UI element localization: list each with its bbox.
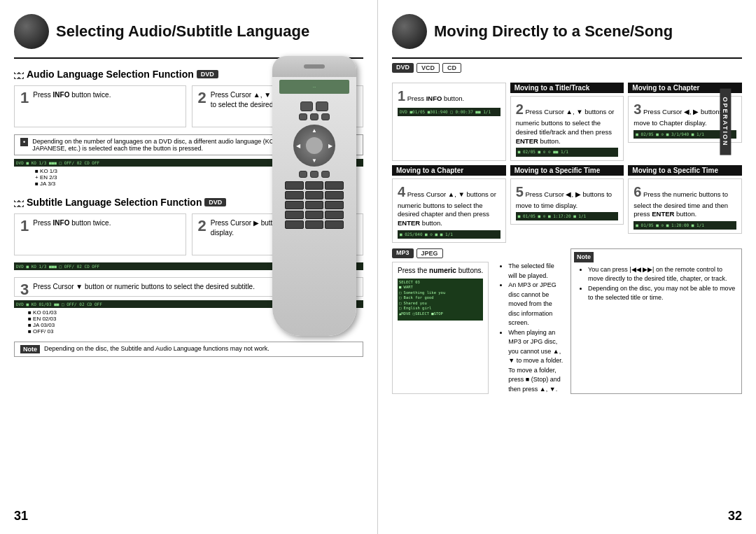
specific-time-right-banner: Moving to a Specific Time	[628, 165, 742, 176]
audio-step1: 1 Press INFO button twice.	[14, 85, 186, 127]
title-track-col: Moving to a Title/Track 2 Press Cursor ▲…	[510, 83, 624, 161]
right-step5-num: 5	[516, 184, 524, 199]
right-note-header: Note	[574, 252, 738, 262]
right-bottom-area: MP3 JPEG Press the numeric buttons. SELE…	[392, 248, 742, 394]
specific-time-mid-banner: Moving to a Specific Time	[510, 165, 624, 176]
badge-vcd: VCD	[416, 63, 440, 73]
remote-num-0f	[325, 220, 344, 229]
page-number-right: 32	[728, 509, 742, 524]
remote-btn-4	[310, 113, 318, 120]
dpad-right: ▶	[328, 143, 332, 149]
remote-num-2	[305, 181, 324, 190]
title-track-banner-text: Moving to a Title/Track	[514, 84, 590, 92]
remote-body: ··· ▲ ▼ ◀ ▶	[272, 56, 356, 336]
chapter-mid-banner-text: Moving to a Chapter	[396, 167, 463, 174]
right-step6-text: Press the numeric buttons to select the …	[634, 190, 728, 218]
remote-btn-6	[299, 171, 307, 178]
remote-num-3	[325, 181, 344, 190]
chapter-mid-banner: Moving to a Chapter	[392, 165, 506, 176]
remote-buttons: ▲ ▼ ◀ ▶	[272, 97, 356, 233]
chapter-mid-col: Moving to a Chapter 4 Press Cursor ▲, ▼ …	[392, 165, 506, 244]
badge-cd: CD	[442, 63, 461, 73]
right-page: Moving Directly to a Scene/Song DVD VCD …	[378, 0, 756, 534]
remote-num-0b	[305, 211, 324, 219]
remote-row3	[278, 171, 351, 178]
right-step5-text: Press Cursor ◀, ▶ buttons to move to tim…	[516, 190, 612, 209]
remote-screen: ···	[279, 80, 349, 94]
right-step2-text: Press Cursor ▲, ▼ buttons or numeric but…	[516, 108, 615, 145]
checkered-icon-subtitle	[14, 197, 24, 207]
remote-row1	[278, 101, 351, 111]
right-step-grid-top: 1 Press INFO button. DVD ■01/05 ■301:940…	[392, 83, 742, 161]
right-step4-num: 4	[398, 184, 405, 199]
left-note-label: Note	[20, 345, 40, 353]
remote-num-0e	[305, 220, 324, 229]
right-step1-screen: DVD ■01/05 ■301:940 □ 0:00:37 ■■ 1/1	[398, 108, 500, 116]
right-step2: 2 Press Cursor ▲, ▼ buttons or numeric b…	[510, 96, 624, 161]
dpad-up: ▲	[312, 127, 317, 134]
right-note-label: Note	[574, 252, 594, 262]
remote-num-0a	[285, 211, 304, 219]
remote-btn-7	[310, 171, 318, 178]
subtitle-badge: DVD	[204, 198, 226, 206]
remote-btn-2	[316, 101, 328, 111]
right-step6: 6 Press the numeric buttons to select th…	[628, 178, 742, 234]
chapter-top-col: Moving to a Chapter 3 Press Cursor ◀, ▶ …	[628, 83, 742, 161]
remote-num-5	[305, 191, 324, 199]
badge-dvd: DVD	[392, 63, 414, 73]
mp3-badge-row: MP3 JPEG	[392, 248, 564, 258]
remote-num-9	[325, 201, 344, 209]
left-note-text: Depending on the disc, the Subtitle and …	[44, 345, 270, 352]
remote-btn-8	[321, 171, 330, 178]
right-top-row: DVD VCD CD	[392, 63, 742, 77]
page-number-left: 31	[14, 509, 28, 524]
right-step2-screen: ■ 02/05 ■ ⊙ ⊙ ■■ 1/1	[516, 148, 619, 156]
remote-top	[272, 56, 356, 77]
subtitle-section-title: Subtitle Language Selection Function	[27, 197, 202, 208]
audio-section-title: Audio Language Selection Function	[27, 69, 194, 80]
mp3-bullets-area: The selected file will be played. An MP3…	[494, 262, 564, 394]
mp3-section: MP3 JPEG Press the numeric buttons. SELE…	[392, 248, 564, 394]
right-step3-num: 3	[634, 101, 641, 117]
right-section-title: Moving Directly to a Scene/Song	[434, 22, 673, 41]
operation-tab: OPERATION	[720, 88, 732, 155]
remote-num-7	[285, 201, 304, 209]
left-section-header: Selecting Audio/Subtitle Language	[14, 14, 363, 49]
badge-mp3: MP3	[392, 248, 414, 258]
mp3-bullet-2: An MP3 or JPEG disc cannot be moved from…	[508, 281, 564, 328]
remote-top-bar	[304, 64, 325, 69]
right-step4-text: Press Cursor ▲, ▼ buttons or numeric but…	[398, 190, 496, 227]
badge-jpeg: JPEG	[416, 248, 443, 258]
remote-btn-3	[299, 113, 307, 120]
right-step6-screen: ■ 01/05 ■ ⊙ ■ 1:20:00 ■ 1/1	[634, 221, 736, 230]
right-section-icon	[392, 14, 427, 49]
right-step-grid-mid: Moving to a Chapter 4 Press Cursor ▲, ▼ …	[392, 165, 742, 244]
specific-time-mid-col: Moving to a Specific Time 5 Press Cursor…	[510, 165, 624, 244]
right-note-bullet-2: Depending on the disc, you may not be ab…	[588, 284, 738, 303]
audio-note-label: •	[20, 138, 28, 146]
dpad-center	[306, 137, 323, 154]
chapter-top-banner-text: Moving to a Chapter	[632, 84, 699, 92]
audio-step2-num: 2	[198, 90, 206, 106]
right-note-list: You can press |◀◀ ▶▶| on the remote cont…	[580, 265, 738, 303]
dpad-left: ◀	[296, 143, 300, 149]
mp3-bullet-1: The selected file will be played.	[508, 262, 564, 281]
remote-btn-1	[300, 101, 313, 111]
specific-time-right-col: Moving to a Specific Time 6 Press the nu…	[628, 165, 742, 244]
remote-control: ··· ▲ ▼ ◀ ▶	[258, 56, 370, 350]
right-section-header: Moving Directly to a Scene/Song	[392, 14, 742, 49]
left-section-icon	[14, 14, 49, 49]
subtitle-step1-text: Press INFO button twice.	[20, 218, 180, 228]
specific-time-right-banner-text: Moving to a Specific Time	[632, 167, 718, 174]
left-page: Selecting Audio/Subtitle Language Audio …	[0, 0, 378, 534]
remote-num-8	[305, 201, 324, 209]
audio-step1-text: Press INFO button twice.	[20, 90, 180, 100]
subtitle-step1-num: 1	[20, 218, 29, 234]
specific-time-mid-banner-text: Moving to a Specific Time	[514, 167, 601, 174]
right-step1-text: Press INFO button.	[407, 94, 464, 102]
remote-dpad: ▲ ▼ ◀ ▶	[293, 125, 335, 167]
remote-num-0c	[325, 211, 344, 219]
mp3-step-box: Press the numeric buttons. SELECT 03 ■ W…	[392, 262, 489, 394]
checkered-icon-audio	[14, 69, 24, 79]
mp3-screen: SELECT 03 ■ WART □ Something like you □ …	[398, 279, 483, 321]
